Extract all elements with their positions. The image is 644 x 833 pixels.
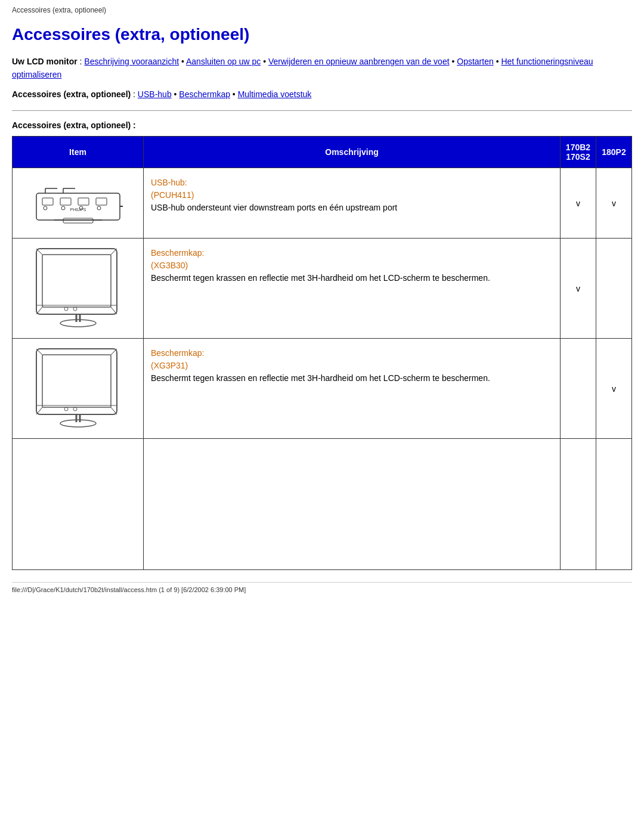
check-170-1: v — [561, 168, 596, 239]
svg-line-26 — [111, 249, 117, 255]
svg-line-37 — [36, 349, 42, 355]
page-title: Accessoires (extra, optioneel) — [12, 25, 632, 44]
check-170-3 — [561, 339, 596, 439]
product-desc-3: Beschermt tegen krassen en reflectie met… — [151, 373, 490, 383]
nav-link-beschermkap[interactable]: Beschermkap — [179, 89, 230, 99]
table-row: Beschermkap: (XG3B30) Beschermt tegen kr… — [13, 239, 632, 339]
svg-point-35 — [64, 407, 68, 411]
svg-rect-17 — [36, 249, 117, 314]
check-170-2: v — [561, 239, 596, 339]
svg-rect-3 — [78, 198, 89, 205]
svg-line-28 — [111, 307, 117, 314]
svg-point-24 — [73, 307, 77, 311]
monitor-image-2 — [30, 346, 126, 429]
product-code-1: (PCUH411) — [151, 190, 194, 200]
table-row: Beschermkap: (XG3P31) Beschermt tegen kr… — [13, 339, 632, 439]
empty-row — [13, 439, 632, 570]
section-heading: Accessoires (extra, optioneel) : — [12, 120, 632, 130]
nav-dot-6: • — [233, 89, 238, 99]
nav-separator-2: : — [133, 89, 138, 99]
desc-cell-beschermkap-1: Beschermkap: (XG3B30) Beschermt tegen kr… — [144, 239, 561, 339]
accessories-table: Item Omschrijving 170B2170S2 180P2 — [12, 136, 632, 570]
svg-rect-29 — [36, 349, 117, 414]
svg-line-38 — [111, 349, 117, 355]
product-name-1: USB-hub: — [151, 178, 187, 187]
horizontal-rule — [12, 110, 632, 111]
nav-link-aansluiten[interactable]: Aansluiten op uw pc — [186, 57, 261, 66]
product-desc-2: Beschermt tegen krassen en reflectie met… — [151, 273, 490, 283]
empty-cell-2 — [144, 439, 561, 570]
nav-link-usb-hub[interactable]: USB-hub — [138, 89, 172, 99]
nav-lcd-label: Uw LCD monitor — [12, 57, 78, 66]
table-header-row: Item Omschrijving 170B2170S2 180P2 — [13, 137, 632, 168]
product-code-2: (XG3B30) — [151, 261, 188, 270]
footer: file:///D|/Grace/K1/dutch/170b2t/install… — [12, 582, 632, 593]
image-cell-usb-hub: PHILIPS — [13, 168, 144, 239]
desc-cell-beschermkap-2: Beschermkap: (XG3P31) Beschermt tegen kr… — [144, 339, 561, 439]
header-omschrijving: Omschrijving — [144, 137, 561, 168]
check-180-2 — [596, 239, 632, 339]
svg-point-34 — [60, 420, 96, 427]
svg-rect-7 — [63, 218, 93, 223]
svg-point-14 — [61, 206, 65, 210]
svg-line-39 — [36, 407, 42, 414]
check-180-1: v — [596, 168, 632, 239]
product-name-3: Beschermkap: — [151, 348, 204, 358]
header-item: Item — [13, 137, 144, 168]
product-desc-1: USB-hub ondersteunt vier downstream port… — [151, 203, 397, 212]
check-180-3: v — [596, 339, 632, 439]
product-code-3: (XG3P31) — [151, 361, 188, 370]
empty-cell-4 — [596, 439, 632, 570]
svg-rect-18 — [42, 255, 111, 307]
nav-dot-3: • — [451, 57, 457, 66]
svg-point-36 — [73, 407, 77, 411]
svg-point-13 — [44, 206, 47, 210]
header-model2: 180P2 — [596, 137, 632, 168]
monitor-image-1 — [30, 246, 126, 329]
svg-point-23 — [64, 307, 68, 311]
image-cell-monitor-2 — [13, 339, 144, 439]
nav-link-verwijderen[interactable]: Verwijderen en opnieuw aanbrengen van de… — [268, 57, 450, 66]
svg-point-16 — [97, 206, 101, 210]
table-row: PHILIPS USB-hub: (PCUH411) USB-hub onder… — [13, 168, 632, 239]
svg-rect-4 — [96, 198, 107, 205]
header-model1: 170B2170S2 — [561, 137, 596, 168]
usb-hub-image: PHILIPS — [30, 175, 126, 229]
nav-accessories-label: Accessoires (extra, optioneel) — [12, 89, 131, 99]
nav-accessories: Accessoires (extra, optioneel) : USB-hub… — [12, 88, 632, 101]
svg-rect-0 — [36, 193, 120, 220]
empty-cell-3 — [561, 439, 596, 570]
nav-link-beschrijving[interactable]: Beschrijving vooraanzicht — [84, 57, 179, 66]
empty-cell-1 — [13, 439, 144, 570]
nav-dot-1: • — [181, 57, 186, 66]
desc-cell-usb-hub: USB-hub: (PCUH411) USB-hub ondersteunt v… — [144, 168, 561, 239]
product-name-2: Beschermkap: — [151, 248, 204, 258]
nav-dot-2: • — [263, 57, 268, 66]
browser-tab: Accessoires (extra, optioneel) — [12, 6, 632, 14]
svg-line-25 — [36, 249, 42, 255]
svg-rect-2 — [60, 198, 71, 205]
nav-link-opstarten[interactable]: Opstarten — [457, 57, 493, 66]
svg-line-27 — [36, 307, 42, 314]
svg-text:PHILIPS: PHILIPS — [70, 208, 86, 212]
nav-link-multimedia[interactable]: Multimedia voetstuk — [238, 89, 312, 99]
svg-line-40 — [111, 407, 117, 414]
nav-lcd-monitor: Uw LCD monitor : Beschrijving vooraanzic… — [12, 55, 632, 82]
svg-point-22 — [60, 320, 96, 327]
svg-rect-1 — [42, 198, 53, 205]
image-cell-monitor-1 — [13, 239, 144, 339]
svg-rect-30 — [42, 355, 111, 407]
